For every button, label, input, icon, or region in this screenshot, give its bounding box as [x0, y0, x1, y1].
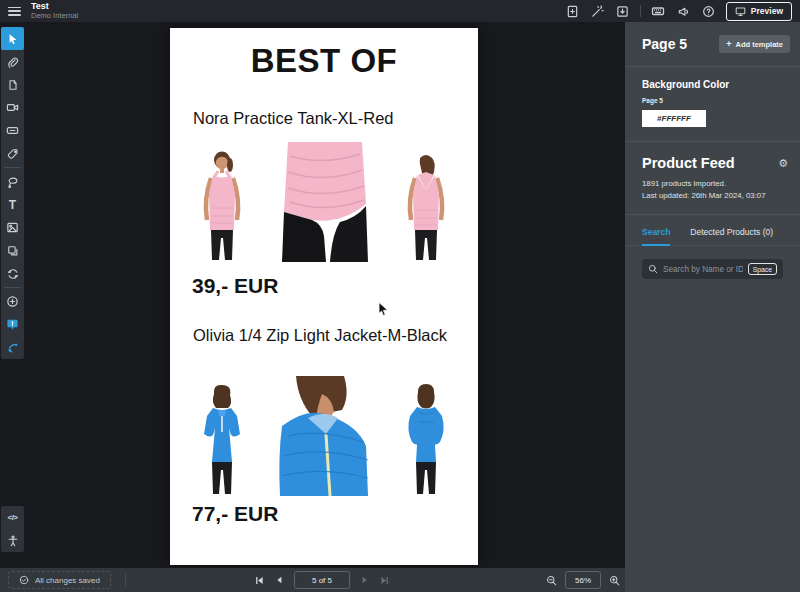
product-image-row: [180, 142, 468, 262]
pagination: 5 of 5: [255, 571, 389, 589]
document-subtitle: Demo Internal: [31, 12, 78, 20]
page-header-section: Page 5 + Add template: [625, 22, 800, 67]
accessibility-tool[interactable]: [1, 529, 24, 552]
announcements-icon[interactable]: [676, 4, 691, 19]
save-status-chip: All changes saved: [8, 571, 111, 589]
product-image-row: [180, 376, 468, 496]
save-status-text: All changes saved: [35, 576, 100, 585]
background-color-hex-input[interactable]: [642, 110, 706, 127]
gesture-tool[interactable]: [1, 336, 24, 359]
text-tool-glyph: T: [9, 198, 16, 212]
topbar-separator: [640, 5, 641, 17]
help-icon[interactable]: [701, 4, 716, 19]
topbar: Test Demo Internal Preview: [0, 0, 800, 22]
preview-button-label: Preview: [751, 6, 783, 16]
add-template-label: Add template: [735, 40, 783, 49]
page-indicator: 5 of 5: [294, 571, 350, 589]
preview-button[interactable]: Preview: [726, 2, 792, 21]
check-circle-icon: [19, 575, 29, 585]
product-image-back[interactable]: [384, 382, 468, 496]
background-color-page-label: Page 5: [642, 97, 783, 104]
select-tool[interactable]: [1, 27, 24, 50]
button-element-tool[interactable]: [1, 119, 24, 142]
page-title[interactable]: BEST OF: [170, 42, 478, 80]
product-feed-info: 1891 products imported. Last updated: 26…: [625, 171, 800, 215]
magic-wand-icon[interactable]: [590, 4, 605, 19]
add-template-button[interactable]: + Add template: [719, 35, 790, 53]
product-name[interactable]: Olivia 1/4 Zip Light Jacket-M-Black: [193, 325, 455, 346]
toolbar-separator: [4, 167, 21, 168]
last-updated-text: Last updated: 26th Mar 2024, 03:07: [642, 190, 783, 202]
add-annotation-tool[interactable]: [1, 290, 24, 313]
left-toolbar: T: [1, 27, 24, 359]
plus-icon: +: [726, 39, 731, 49]
products-imported-text: 1891 products imported.: [642, 178, 783, 190]
zoom-in-icon[interactable]: [609, 575, 620, 586]
bottom-bar-separator: [125, 574, 126, 586]
menu-icon[interactable]: [8, 7, 21, 16]
page-heading: Page 5: [642, 36, 687, 52]
design-page[interactable]: BEST OF Nora Practice Tank-XL-Red: [170, 28, 478, 565]
shortcut-badge: Space: [748, 263, 777, 275]
document-title-block: Test Demo Internal: [31, 2, 78, 20]
product-feed-heading: Product Feed: [642, 155, 735, 171]
product-feed-tabs: Search Detected Products (0): [625, 215, 800, 246]
text-tool[interactable]: T: [1, 193, 24, 216]
layers-tool[interactable]: [1, 239, 24, 262]
left-toolbar-secondary: </>: [1, 506, 24, 552]
product-image-front[interactable]: [180, 150, 264, 262]
add-page-icon[interactable]: [565, 4, 580, 19]
tab-search[interactable]: Search: [642, 227, 670, 246]
product-image-back[interactable]: [384, 150, 468, 262]
tooltip-tool[interactable]: [1, 313, 24, 336]
first-page-button[interactable]: [255, 576, 264, 585]
code-tool[interactable]: </>: [1, 506, 24, 529]
background-color-section: Background Color Page 5: [625, 67, 800, 142]
last-page-button[interactable]: [380, 576, 389, 585]
previous-page-button[interactable]: [275, 576, 283, 584]
tab-detected-products[interactable]: Detected Products (0): [690, 227, 773, 245]
product-price[interactable]: 39,- EUR: [192, 274, 278, 298]
product-image-closeup[interactable]: [278, 376, 370, 496]
zoom-out-icon[interactable]: [546, 575, 557, 586]
right-panel: Page 5 + Add template Background Color P…: [625, 22, 800, 592]
product-image-closeup[interactable]: [278, 142, 370, 262]
product-price[interactable]: 77,- EUR: [192, 502, 278, 526]
background-color-heading: Background Color: [642, 79, 783, 90]
gear-icon[interactable]: ⚙: [778, 158, 788, 169]
code-glyph: </>: [7, 513, 17, 522]
product-search-box: Space: [642, 259, 783, 279]
lasso-tool[interactable]: [1, 170, 24, 193]
tag-tool[interactable]: [1, 142, 24, 165]
next-page-button[interactable]: [361, 576, 369, 584]
monitor-icon: [735, 6, 746, 17]
bottom-bar: All changes saved 5 of 5 56%: [0, 568, 625, 592]
toolbar-separator: [4, 287, 21, 288]
image-tool[interactable]: [1, 216, 24, 239]
search-icon: [648, 264, 658, 274]
import-export-icon[interactable]: [615, 4, 630, 19]
product-feed-section: Product Feed ⚙ 1891 products imported. L…: [625, 142, 800, 279]
zoom-level: 56%: [565, 571, 601, 589]
product-image-front[interactable]: [180, 382, 264, 496]
export-page-tool[interactable]: [1, 73, 24, 96]
keyboard-shortcuts-icon[interactable]: [651, 4, 666, 19]
link-tool[interactable]: [1, 50, 24, 73]
video-tool[interactable]: [1, 96, 24, 119]
sync-tool[interactable]: [1, 262, 24, 285]
zoom-controls: 56%: [546, 571, 620, 589]
product-search-input[interactable]: [663, 265, 743, 274]
product-name[interactable]: Nora Practice Tank-XL-Red: [193, 108, 394, 129]
